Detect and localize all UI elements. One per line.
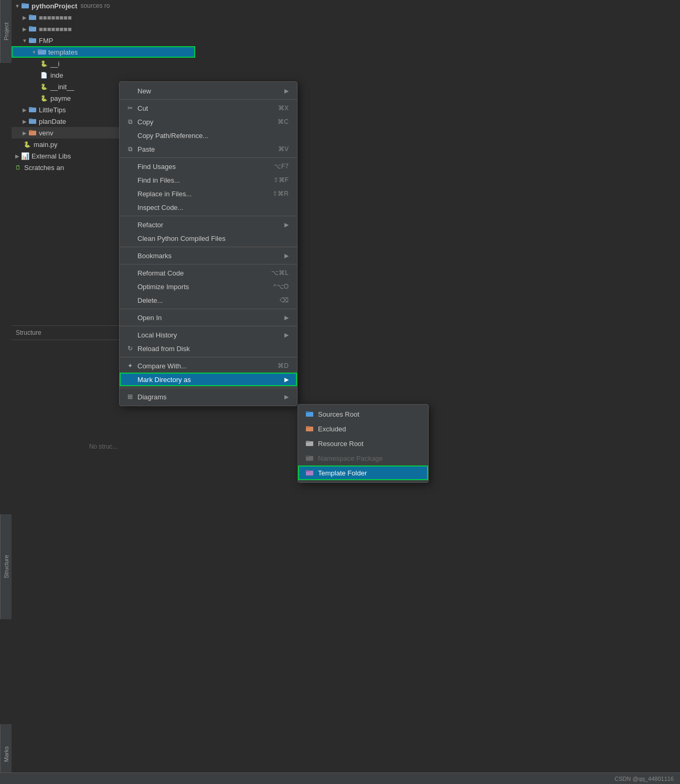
menu-item-clean-compiled[interactable]: Clean Python Compiled Files: [120, 231, 297, 245]
template-folder-label: Template Folder: [318, 469, 367, 477]
main-py-label: main.py: [34, 141, 58, 149]
tree-item-hasktret[interactable]: ▶ ■■■■■■■■: [12, 23, 195, 35]
refactor-label: Refactor: [137, 221, 163, 229]
menu-item-copy-path[interactable]: Copy Path/Reference...: [120, 129, 297, 142]
mark-dir-label: Mark Directory as: [137, 376, 191, 384]
submenu-item-namespace-package: Namespace Package: [298, 451, 428, 465]
diagrams-label: Diagrams: [137, 393, 167, 401]
planDate-icon: [28, 117, 37, 125]
excluded-label: Excluded: [318, 425, 346, 433]
sources-root-icon: [305, 410, 314, 418]
scratches-icon: 🗒: [14, 163, 22, 172]
menu-item-diagrams[interactable]: ⊞ Diagrams ▶: [120, 390, 297, 404]
context-menu: New ▶ ✂ Cut ⌘X ⧉ Copy ⌘C Copy Path/Refer…: [119, 81, 298, 406]
new-arrow: ▶: [284, 88, 289, 94]
open-in-icon: [126, 313, 134, 322]
root-label: pythonProject: [31, 2, 77, 10]
menu-item-paste[interactable]: ⧉ Paste ⌘V: [120, 142, 297, 156]
local-history-label: Local History: [137, 331, 177, 339]
find-in-files-label: Find in Files...: [137, 176, 180, 184]
__init__-icon: 🐍: [40, 82, 48, 91]
tree-item-inde[interactable]: 📄 inde: [12, 69, 195, 81]
submenu-item-excluded[interactable]: Excluded: [298, 421, 428, 436]
delete-label: Delete...: [137, 296, 163, 304]
menu-item-find-in-files[interactable]: Find in Files... ⇧⌘F: [120, 173, 297, 187]
svg-rect-23: [306, 455, 310, 457]
reload-label: Reload from Disk: [137, 345, 190, 353]
copy-shortcut: ⌘C: [278, 118, 289, 125]
tree-item-__i[interactable]: 🐍 __i: [12, 58, 195, 69]
svg-rect-15: [29, 130, 33, 132]
sep4: [120, 247, 297, 247]
find-usages-icon: [126, 162, 134, 171]
svg-rect-19: [306, 426, 310, 428]
find-in-files-shortcut: ⇧⌘F: [273, 176, 289, 184]
sidebar-structure-label: Structure: [3, 555, 9, 579]
sep3: [120, 216, 297, 216]
menu-item-inspect-code[interactable]: Inspect Code...: [120, 200, 297, 214]
tree-item-templates[interactable]: ▼ templates: [12, 46, 195, 58]
submenu-mark-directory-as: Sources Root Excluded Resource Root Name…: [298, 404, 429, 483]
menu-item-compare-with[interactable]: ✦ Compare With... ⌘D: [120, 359, 297, 373]
cut-label: Cut: [137, 104, 148, 112]
menu-item-reload-from-disk[interactable]: ↻ Reload from Disk: [120, 342, 297, 355]
bookmarks-arrow: ▶: [284, 252, 289, 259]
reformat-icon: [126, 269, 134, 277]
find-usages-label: Find Usages: [137, 163, 176, 171]
bookmarks-label: Bookmarks: [137, 252, 172, 260]
menu-item-new[interactable]: New ▶: [120, 84, 297, 98]
menu-item-open-in[interactable]: Open In ▶: [120, 311, 297, 324]
refactor-icon: [126, 220, 134, 229]
refactor-arrow: ▶: [284, 221, 289, 228]
camolect-icon: [28, 13, 37, 22]
optimize-shortcut: ^⌥O: [273, 283, 289, 290]
menu-item-cut[interactable]: ✂ Cut ⌘X: [120, 101, 297, 115]
menu-item-delete[interactable]: Delete... ⌫: [120, 293, 297, 307]
menu-item-copy[interactable]: ⧉ Copy ⌘C: [120, 115, 297, 129]
venv-label: venv: [39, 129, 53, 137]
sep9: [120, 388, 297, 388]
sidebar-tab-project[interactable]: Project: [0, 0, 12, 63]
planDate-arrow: ▶: [21, 118, 28, 125]
menu-item-replace-in-files[interactable]: Replace in Files... ⇧⌘R: [120, 187, 297, 200]
paste-label: Paste: [137, 145, 155, 153]
tree-root[interactable]: ▼ pythonProject sources ro: [12, 0, 195, 12]
root-folder-icon: [21, 2, 29, 10]
__i-icon: 🐍: [40, 59, 48, 68]
compare-shortcut: ⌘D: [278, 362, 289, 369]
menu-item-optimize-imports[interactable]: Optimize Imports ^⌥O: [120, 280, 297, 293]
namespace-package-label: Namespace Package: [318, 454, 383, 462]
planDate-label: planDate: [39, 118, 66, 125]
status-bar: CSDN @qq_44801116: [0, 772, 680, 784]
clean-icon: [126, 234, 134, 242]
excluded-icon: [305, 425, 314, 433]
svg-rect-13: [29, 119, 33, 120]
menu-item-reformat-code[interactable]: Reformat Code ⌥⌘L: [120, 266, 297, 280]
FMP-label: FMP: [39, 37, 53, 45]
svg-rect-7: [29, 38, 33, 39]
menu-item-bookmarks[interactable]: Bookmarks ▶: [120, 249, 297, 262]
tree-item-FMP[interactable]: ▼ FMP: [12, 35, 195, 46]
reload-icon: ↻: [126, 344, 134, 353]
find-usages-shortcut: ⌥F7: [274, 163, 289, 170]
svg-rect-9: [38, 49, 42, 51]
sep8: [120, 357, 297, 357]
submenu-item-template-folder[interactable]: Template Folder: [298, 465, 428, 480]
menu-item-local-history[interactable]: Local History ▶: [120, 328, 297, 342]
svg-rect-3: [29, 15, 33, 16]
inspect-code-label: Inspect Code...: [137, 204, 183, 211]
ext-libs-label: External Libs: [31, 152, 71, 160]
tree-item-camolect[interactable]: ▶ ■■■■■■■■: [12, 12, 195, 23]
menu-item-refactor[interactable]: Refactor ▶: [120, 218, 297, 231]
payme-label: payme: [50, 94, 71, 102]
menu-item-find-usages[interactable]: Find Usages ⌥F7: [120, 160, 297, 173]
bookmarks-icon: [126, 251, 134, 260]
sidebar-tab-structure[interactable]: Structure: [0, 514, 12, 619]
sep2: [120, 157, 297, 158]
submenu-item-resource-root[interactable]: Resource Root: [298, 436, 428, 451]
menu-item-mark-directory-as[interactable]: Mark Directory as ▶: [120, 373, 297, 386]
submenu-item-sources-root[interactable]: Sources Root: [298, 407, 428, 421]
delete-shortcut: ⌫: [280, 296, 289, 304]
optimize-icon: [126, 282, 134, 291]
copy-label: Copy: [137, 118, 153, 126]
